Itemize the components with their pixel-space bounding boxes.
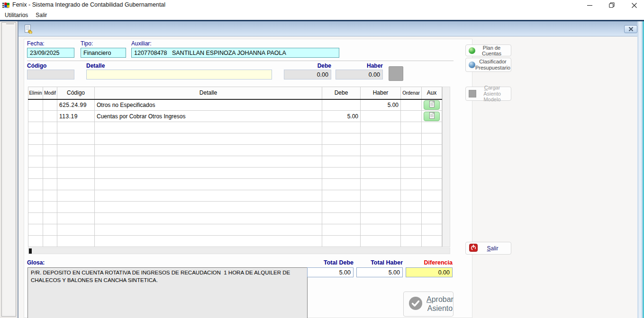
menu-item-utilitarios[interactable]: Utilitarios [1, 11, 32, 19]
haber-input[interactable] [336, 70, 383, 80]
auxiliar-label: Auxiliar: [131, 40, 152, 47]
add-entry-button[interactable] [389, 66, 403, 81]
grid-cell-codigo: 113.19 [57, 111, 95, 122]
minimize-button[interactable] [582, 0, 597, 10]
grid-cell-haber [361, 179, 401, 190]
grid-cell-debe [322, 99, 361, 111]
child-close-button[interactable] [624, 25, 637, 33]
debe-input[interactable] [284, 70, 331, 80]
fecha-input[interactable] [27, 48, 74, 58]
grid-row[interactable] [28, 190, 442, 202]
detalle-input[interactable] [86, 70, 272, 80]
menu-item-salir[interactable]: Salir [32, 11, 51, 19]
clasificador-label: Clasificador Presupuestario [475, 59, 510, 71]
grid-cell-elimin [28, 168, 43, 179]
grid-cell-detalle [95, 179, 322, 190]
asiento-grid: Elimin Modif Código Detalle Debe Haber O… [28, 87, 450, 247]
grid-cell-modif [43, 99, 57, 111]
grid-horizontal-scrollbar[interactable] [28, 247, 450, 254]
grid-row[interactable]: 625.24.99Otros no Especificados5.00 [28, 99, 442, 111]
grid-cell-debe: 5.00 [322, 111, 361, 122]
grid-cell-haber [361, 190, 401, 202]
grid-cell-haber [361, 236, 401, 247]
hscroll-thumb[interactable] [29, 248, 32, 254]
splitter-grip[interactable] [6, 24, 14, 25]
grid-header-modif: Modif [43, 87, 57, 99]
total-debe-label: Total Debe [307, 259, 354, 266]
total-debe-field[interactable] [307, 267, 354, 277]
grid-cell-debe [322, 202, 361, 213]
tipo-input[interactable] [81, 48, 126, 58]
grid-cell-haber [361, 224, 401, 236]
grid-cell-modif [43, 133, 57, 145]
grid-row[interactable] [28, 145, 442, 156]
plan-de-cuentas-button[interactable]: Plan de Cuentas [465, 44, 511, 56]
grid-header-haber: Haber [361, 87, 401, 99]
grid-row[interactable] [28, 202, 442, 213]
grid-header-codigo: Código [57, 87, 95, 99]
grid-cell-codigo: 625.24.99 [57, 99, 95, 111]
clasificador-presupuestario-button[interactable]: Clasificador Presupuestario [465, 58, 511, 72]
grid-cell-elimin [28, 145, 43, 156]
grid-cell-ordenar [401, 224, 422, 236]
grid-header-debe: Debe [322, 87, 361, 99]
left-collapsed-panel [1, 22, 16, 317]
asiento-child-window: Fecha: Tipo: Auxiliar: Código Detalle De… [18, 21, 637, 318]
codigo-input[interactable] [27, 70, 74, 80]
total-haber-label: Total Haber [356, 259, 403, 266]
grid-cell-ordenar [401, 179, 422, 190]
grid-row[interactable] [28, 122, 442, 133]
grid-cell-modif [43, 213, 57, 224]
grid-cell-codigo [57, 236, 95, 247]
grid-row[interactable] [28, 213, 442, 224]
grid-cell-haber: 5.00 [361, 99, 401, 111]
grid-row[interactable] [28, 168, 442, 179]
grid-cell-modif [43, 190, 57, 202]
grid-cell-codigo [57, 224, 95, 236]
debe-label: Debe [284, 62, 331, 69]
grid-header-ordenar: Ordenar [401, 87, 422, 99]
mdi-scrollbar[interactable] [637, 21, 643, 318]
power-icon [469, 244, 478, 253]
total-haber-field[interactable] [356, 267, 403, 277]
grid-cell-aux [422, 190, 442, 202]
restore-button[interactable] [604, 0, 619, 10]
glosa-textarea[interactable] [27, 267, 308, 318]
grid-cell-debe [322, 145, 361, 156]
mdi-area: Fecha: Tipo: Auxiliar: Código Detalle De… [0, 21, 644, 318]
auxiliar-input[interactable] [131, 48, 339, 58]
grid-row[interactable] [28, 133, 442, 145]
grid-cell-aux [422, 202, 442, 213]
aprobar-asiento-label: Aprobar Asiento [426, 295, 454, 313]
grid-cell-haber [361, 133, 401, 145]
grid-cell-codigo [57, 156, 95, 168]
haber-label: Haber [336, 62, 383, 69]
close-button[interactable] [626, 0, 642, 10]
grid-cell-codigo [57, 179, 95, 190]
grid-row[interactable]: 113.19Cuentas por Cobrar Otros Ingresos5… [28, 111, 442, 122]
grid-cell-debe [322, 156, 361, 168]
grid-cell-elimin [28, 133, 43, 145]
grid-row[interactable] [28, 224, 442, 236]
grid-row[interactable] [28, 236, 442, 247]
grid-cell-detalle [95, 122, 322, 133]
grid-cell-aux [422, 145, 442, 156]
cargar-asiento-modelo-label: Cargar Asiento Modelo [476, 85, 508, 103]
diferencia-field[interactable] [406, 267, 453, 277]
grid-row[interactable] [28, 179, 442, 190]
aux-detail-button[interactable] [424, 112, 440, 121]
grid-cell-haber [361, 168, 401, 179]
grid-cell-elimin [28, 202, 43, 213]
salir-button[interactable]: Salir [465, 242, 511, 255]
menu-bar: Utilitarios Salir [0, 10, 644, 20]
aux-detail-button[interactable] [424, 100, 440, 110]
grid-vertical-scrollbar[interactable] [442, 87, 450, 247]
grid-cell-debe [322, 133, 361, 145]
grid-cell-modif [43, 179, 57, 190]
grid-cell-detalle [95, 236, 322, 247]
grid-cell-aux [422, 213, 442, 224]
green-sphere-icon [469, 47, 475, 54]
cargar-asiento-modelo-button[interactable]: Cargar Asiento Modelo [465, 87, 511, 101]
grid-row[interactable] [28, 156, 442, 168]
aprobar-asiento-button[interactable]: Aprobar Asiento [403, 292, 454, 317]
